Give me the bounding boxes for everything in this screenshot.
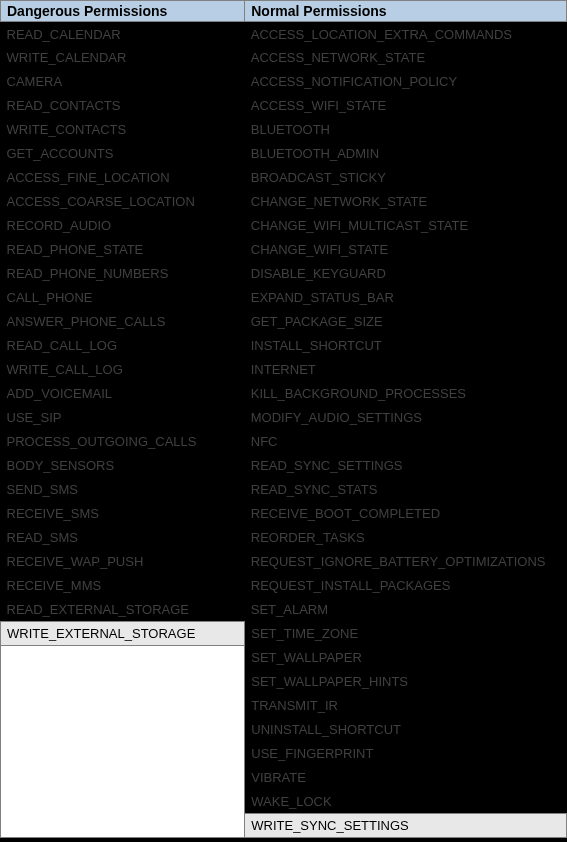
table-row: UNINSTALL_SHORTCUT [1,718,567,742]
table-row: READ_CALENDARACCESS_LOCATION_EXTRA_COMMA… [1,22,567,46]
normal-cell: CHANGE_NETWORK_STATE [245,190,567,214]
normal-cell: CHANGE_WIFI_MULTICAST_STATE [245,214,567,238]
table-row: ADD_VOICEMAILKILL_BACKGROUND_PROCESSES [1,382,567,406]
table-row: WAKE_LOCK [1,790,567,814]
normal-cell: SET_ALARM [245,598,567,622]
table-row: READ_PHONE_STATECHANGE_WIFI_STATE [1,238,567,262]
normal-cell: BLUETOOTH [245,118,567,142]
normal-cell: READ_SYNC_SETTINGS [245,454,567,478]
normal-cell: TRANSMIT_IR [245,694,567,718]
normal-cell: SET_TIME_ZONE [245,622,567,646]
header-dangerous: Dangerous Permissions [1,1,245,22]
dangerous-cell [1,742,245,766]
dangerous-cell: WRITE_CALENDAR [1,46,245,70]
normal-cell: READ_SYNC_STATS [245,478,567,502]
dangerous-cell: RECEIVE_WAP_PUSH [1,550,245,574]
normal-cell: KILL_BACKGROUND_PROCESSES [245,382,567,406]
normal-cell: REQUEST_INSTALL_PACKAGES [245,574,567,598]
dangerous-cell: RECEIVE_MMS [1,574,245,598]
normal-cell: USE_FINGERPRINT [245,742,567,766]
normal-cell: REORDER_TASKS [245,526,567,550]
dangerous-cell [1,646,245,670]
dangerous-cell: GET_ACCOUNTS [1,142,245,166]
table-row: READ_SMSREORDER_TASKS [1,526,567,550]
normal-cell: SET_WALLPAPER [245,646,567,670]
table-row: GET_ACCOUNTSBLUETOOTH_ADMIN [1,142,567,166]
dangerous-cell: CALL_PHONE [1,286,245,310]
dangerous-cell: ACCESS_COARSE_LOCATION [1,190,245,214]
normal-cell: ACCESS_LOCATION_EXTRA_COMMANDS [245,22,567,46]
table-row: VIBRATE [1,766,567,790]
normal-cell: CHANGE_WIFI_STATE [245,238,567,262]
table-row: READ_PHONE_NUMBERSDISABLE_KEYGUARD [1,262,567,286]
normal-cell: BROADCAST_STICKY [245,166,567,190]
dangerous-cell [1,814,245,838]
table-row: TRANSMIT_IR [1,694,567,718]
normal-cell: WRITE_SYNC_SETTINGS [245,814,567,838]
dangerous-cell: CAMERA [1,70,245,94]
table-row: BODY_SENSORSREAD_SYNC_SETTINGS [1,454,567,478]
dangerous-cell: WRITE_EXTERNAL_STORAGE [1,622,245,646]
table-row: ACCESS_COARSE_LOCATIONCHANGE_NETWORK_STA… [1,190,567,214]
table-row: SEND_SMSREAD_SYNC_STATS [1,478,567,502]
table-row: SET_WALLPAPER [1,646,567,670]
dangerous-cell: BODY_SENSORS [1,454,245,478]
header-normal: Normal Permissions [245,1,567,22]
dangerous-cell: ACCESS_FINE_LOCATION [1,166,245,190]
dangerous-cell: READ_CALL_LOG [1,334,245,358]
table-row: WRITE_EXTERNAL_STORAGESET_TIME_ZONE [1,622,567,646]
normal-cell: VIBRATE [245,766,567,790]
table-row: USE_FINGERPRINT [1,742,567,766]
table-row: WRITE_SYNC_SETTINGS [1,814,567,838]
table-row: ACCESS_FINE_LOCATIONBROADCAST_STICKY [1,166,567,190]
normal-cell: EXPAND_STATUS_BAR [245,286,567,310]
normal-cell: SET_WALLPAPER_HINTS [245,670,567,694]
table-row: WRITE_CONTACTSBLUETOOTH [1,118,567,142]
dangerous-cell: WRITE_CALL_LOG [1,358,245,382]
normal-cell: GET_PACKAGE_SIZE [245,310,567,334]
table-row: SET_WALLPAPER_HINTS [1,670,567,694]
table-row: READ_EXTERNAL_STORAGESET_ALARM [1,598,567,622]
dangerous-cell [1,766,245,790]
dangerous-cell: WRITE_CONTACTS [1,118,245,142]
normal-cell: MODIFY_AUDIO_SETTINGS [245,406,567,430]
table-row: USE_SIPMODIFY_AUDIO_SETTINGS [1,406,567,430]
normal-cell: BLUETOOTH_ADMIN [245,142,567,166]
normal-cell: ACCESS_NOTIFICATION_POLICY [245,70,567,94]
dangerous-cell [1,790,245,814]
table-row: RECEIVE_WAP_PUSHREQUEST_IGNORE_BATTERY_O… [1,550,567,574]
normal-cell: RECEIVE_BOOT_COMPLETED [245,502,567,526]
dangerous-cell [1,718,245,742]
table-row: READ_CONTACTSACCESS_WIFI_STATE [1,94,567,118]
dangerous-cell: PROCESS_OUTGOING_CALLS [1,430,245,454]
normal-cell: ACCESS_WIFI_STATE [245,94,567,118]
normal-cell: INTERNET [245,358,567,382]
dangerous-cell: ANSWER_PHONE_CALLS [1,310,245,334]
table-row: PROCESS_OUTGOING_CALLSNFC [1,430,567,454]
normal-cell: NFC [245,430,567,454]
normal-cell: UNINSTALL_SHORTCUT [245,718,567,742]
table-row: RECEIVE_SMSRECEIVE_BOOT_COMPLETED [1,502,567,526]
dangerous-cell: READ_EXTERNAL_STORAGE [1,598,245,622]
dangerous-cell: READ_PHONE_NUMBERS [1,262,245,286]
dangerous-cell: RECORD_AUDIO [1,214,245,238]
dangerous-cell: READ_CALENDAR [1,22,245,46]
dangerous-cell: READ_PHONE_STATE [1,238,245,262]
dangerous-cell: ADD_VOICEMAIL [1,382,245,406]
table-row: READ_CALL_LOGINSTALL_SHORTCUT [1,334,567,358]
table-row: WRITE_CALL_LOGINTERNET [1,358,567,382]
dangerous-cell: RECEIVE_SMS [1,502,245,526]
table-row: CAMERAACCESS_NOTIFICATION_POLICY [1,70,567,94]
table-row: CALL_PHONEEXPAND_STATUS_BAR [1,286,567,310]
normal-cell: WAKE_LOCK [245,790,567,814]
permissions-table: Dangerous Permissions Normal Permissions… [0,0,567,838]
table-row: ANSWER_PHONE_CALLSGET_PACKAGE_SIZE [1,310,567,334]
normal-cell: INSTALL_SHORTCUT [245,334,567,358]
header-row: Dangerous Permissions Normal Permissions [1,1,567,22]
table-row: RECORD_AUDIOCHANGE_WIFI_MULTICAST_STATE [1,214,567,238]
table-row: WRITE_CALENDARACCESS_NETWORK_STATE [1,46,567,70]
normal-cell: REQUEST_IGNORE_BATTERY_OPTIMIZATIONS [245,550,567,574]
dangerous-cell: USE_SIP [1,406,245,430]
dangerous-cell [1,694,245,718]
normal-cell: DISABLE_KEYGUARD [245,262,567,286]
